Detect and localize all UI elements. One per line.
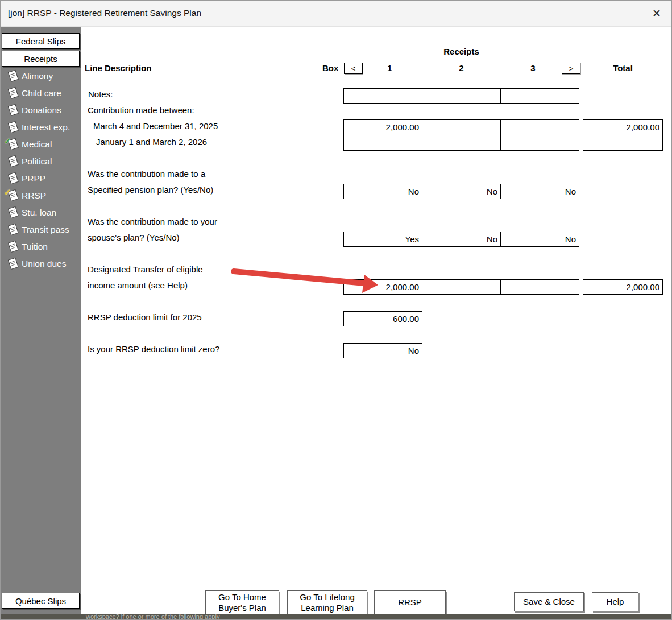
january-contribution-input-1[interactable] [343,135,422,151]
limit-zero-label: Is your RRSP deduction limit zero? [88,344,219,354]
app-window: [jon] RRSP - Registered Retirement Savin… [0,0,672,620]
rrsp-button[interactable]: RRSP [374,590,446,615]
sidebar-item-label: Alimony [22,71,53,81]
designated-transfer-label-line2: income amount (see Help) [88,280,188,290]
slip-icon [6,69,20,84]
sidebar-item-stu-loan[interactable]: Stu. loan [1,204,81,221]
designated-transfer-input-3[interactable] [500,279,579,295]
column-header-1: 1 [343,63,422,73]
sidebar-item-rrsp[interactable]: ✓ RRSP [1,187,81,204]
notes-input-3[interactable] [500,88,579,104]
sidebar-item-label: Transit pass [22,225,69,235]
specified-pension-label-line1: Was the contribution made to a [88,169,205,179]
march-period-label: March 4 and December 31, 2025 [93,121,218,131]
sidebar-item-label: Interest exp. [22,122,70,133]
specified-pension-input-3[interactable]: No [500,184,579,199]
designated-transfer-input-2[interactable] [422,279,501,295]
receipts-group-header: Receipts [343,47,579,56]
sidebar-item-label: RRSP [22,191,46,201]
sidebar-receipt-list: Alimony Child care Donations Interest ex… [1,68,81,272]
rrsp-form: Receipts Line Description Box < 1 2 3 > … [81,27,672,614]
sidebar-item-child-care[interactable]: Child care [1,85,81,102]
slip-icon [6,137,20,152]
sidebar-item-interest-exp[interactable]: Interest exp. [1,119,81,136]
notes-input-2[interactable] [422,88,501,104]
january-period-label: January 1 and March 2, 2026 [96,137,207,147]
sidebar-item-label: PRPP [22,173,45,184]
january-contribution-input-3[interactable] [500,135,579,151]
slip-icon [6,257,20,271]
slip-icon [6,86,20,101]
window-title: [jon] RRSP - Registered Retirement Savin… [8,8,201,18]
total-header: Total [583,63,663,73]
sidebar-item-label: Child care [22,88,61,98]
bottom-status-strip: workspace? if one or more of the followi… [1,614,672,620]
slip-icon [6,120,20,135]
spouse-plan-label-line1: Was the contribution made to your [88,217,217,226]
march-contribution-input-3[interactable] [500,119,579,135]
sidebar-item-label: Union dues [22,259,66,269]
march-contribution-total: 2,000.00 [583,119,663,151]
sidebar: Federal Slips Receipts Alimony Child car… [1,27,81,614]
go-to-home-buyers-plan-button[interactable]: Go To Home Buyer's Plan [205,590,279,615]
sidebar-button-quebec-slips[interactable]: Québec Slips [2,593,80,609]
spouse-plan-label-line2: spouse's plan? (Yes/No) [88,233,180,242]
sidebar-item-union-dues[interactable]: Union dues [1,255,81,272]
column-header-2: 2 [422,63,501,73]
go-to-lifelong-learning-plan-button[interactable]: Go To Lifelong Learning Plan [287,590,367,615]
january-contribution-input-2[interactable] [422,135,501,151]
spouse-plan-input-3[interactable]: No [500,232,579,247]
sidebar-button-federal-slips[interactable]: Federal Slips [2,33,80,49]
slip-icon [6,154,20,169]
slip-icon [6,239,20,254]
sidebar-item-label: Stu. loan [22,208,56,218]
line-description-header: Line Description [85,63,152,73]
spouse-plan-input-2[interactable]: No [422,232,501,247]
specified-pension-input-1[interactable]: No [343,184,422,199]
box-header: Box [322,63,338,73]
slip-icon [6,171,20,186]
designated-transfer-label-line1: Designated Transfer of eligible [88,264,203,274]
slip-icon [6,205,20,220]
specified-pension-label-line2: Specified pension plan? (Yes/No) [88,185,213,195]
slip-icon [6,222,20,237]
notes-label: Notes: [88,89,113,99]
deduction-limit-input[interactable]: 600.00 [343,311,422,326]
sidebar-item-label: Medical [22,139,52,150]
sidebar-item-donations[interactable]: Donations [1,102,81,119]
specified-pension-input-2[interactable]: No [422,184,501,199]
sidebar-item-medical[interactable]: ✓ Medical [1,136,81,153]
march-contribution-input-2[interactable] [422,119,501,135]
sidebar-item-label: Political [22,156,52,167]
march-contribution-input-1[interactable]: 2,000.00 [343,119,422,135]
clipped-status-text: workspace? if one or more of the followi… [86,614,219,620]
sidebar-item-prpp[interactable]: PRPP [1,170,81,187]
title-bar: [jon] RRSP - Registered Retirement Savin… [1,1,672,27]
sidebar-item-alimony[interactable]: Alimony [1,68,81,85]
sidebar-item-label: Tuition [22,242,48,252]
sidebar-item-transit-pass[interactable]: Transit pass [1,221,81,238]
help-button[interactable]: Help [592,592,638,611]
deduction-limit-label: RRSP deduction limit for 2025 [88,312,202,322]
save-and-close-button[interactable]: Save & Close [514,592,584,611]
next-column-button[interactable]: > [562,63,580,74]
close-icon[interactable]: ✕ [649,6,664,20]
sidebar-item-tuition[interactable]: Tuition [1,238,81,255]
contribution-section-label: Contribution made between: [88,105,194,115]
designated-transfer-input-1[interactable]: 2,000.00 [343,279,422,295]
designated-transfer-total: 2,000.00 [583,279,663,295]
spouse-plan-input-1[interactable]: Yes [343,232,422,247]
sidebar-item-political[interactable]: Political [1,153,81,170]
slip-icon [6,188,20,203]
limit-zero-input[interactable]: No [343,343,422,358]
slip-icon [6,103,20,118]
sidebar-item-label: Donations [22,105,61,115]
sidebar-button-receipts[interactable]: Receipts [2,51,80,67]
notes-input-1[interactable] [343,88,422,104]
